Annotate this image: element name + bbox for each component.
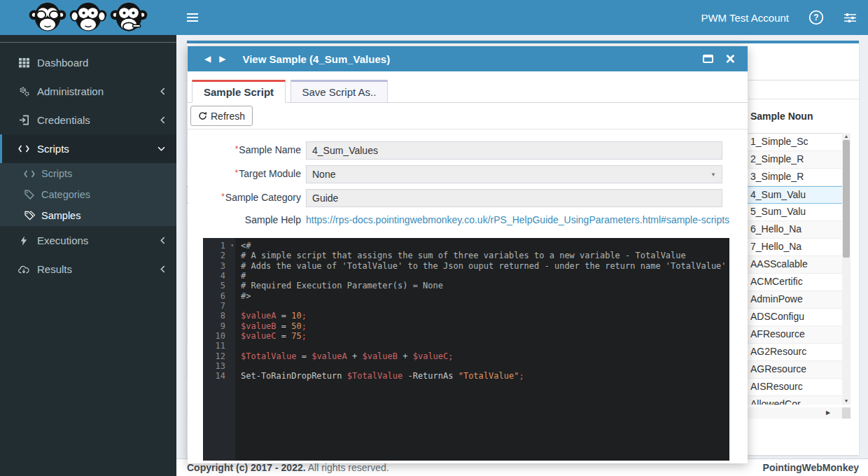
code-line: 2# A simple script that assigns the sum …	[203, 251, 729, 260]
sidebar-item-credentials[interactable]: Credentials	[0, 106, 176, 134]
sidebar-item-dashboard[interactable]: Dashboard	[0, 48, 176, 77]
code-line: 9$valueB = 50;	[203, 321, 729, 331]
form-row-target-module: *Target Module None ▼	[188, 165, 748, 183]
code-line: 13	[203, 361, 729, 371]
svg-text:?: ?	[813, 13, 818, 22]
view-sample-modal: ◀ ▶ View Sample (4_Sum_Values) × Sample …	[188, 46, 748, 463]
line-number: 10	[203, 331, 235, 341]
code-icon	[16, 144, 31, 153]
target-module-value: None	[312, 169, 710, 180]
modal-title: View Sample (4_Sum_Values)	[242, 53, 390, 65]
sidebar-item-label: Administration	[37, 85, 104, 97]
sample-noun-cell: AASScalable	[750, 258, 842, 270]
code-text	[235, 301, 241, 311]
code-text: #	[235, 271, 246, 281]
code-icon	[22, 169, 36, 178]
code-line: 7	[203, 301, 729, 311]
line-number: 11	[203, 341, 235, 351]
required-marker: *	[235, 144, 239, 154]
sidebar-item-results[interactable]: Results	[0, 255, 176, 284]
form-row-sample-help: Sample Help https://rps-docs.pointingweb…	[188, 211, 748, 230]
sidebar-item-executions[interactable]: Executions	[0, 226, 176, 255]
code-text: # Required Execution Parameter(s) = None	[235, 281, 443, 290]
scroll-right-icon[interactable]: ▶	[822, 407, 834, 419]
help-icon[interactable]: ?	[808, 10, 824, 25]
sample-noun-cell: AG2Resourc	[750, 346, 842, 357]
hamburger-menu-icon[interactable]	[187, 11, 198, 24]
brand-label: PointingWebMonkey	[763, 462, 859, 473]
code-text: # Adds the value of 'TotalValue' to the …	[235, 261, 727, 271]
code-text: # A simple script that assigns the sum o…	[235, 251, 686, 260]
sidebar-subitem-samples[interactable]: Samples	[0, 205, 176, 226]
line-number: 7	[203, 301, 235, 311]
code-text	[235, 341, 241, 351]
line-number: 2	[203, 251, 235, 260]
maximize-icon[interactable]	[703, 55, 713, 63]
see-no-evil-monkey-icon	[28, 1, 67, 34]
required-marker: *	[235, 168, 239, 178]
code-line: 10$valueC = 75;	[203, 331, 729, 341]
code-text	[235, 361, 241, 371]
hear-no-evil-monkey-icon	[69, 1, 108, 34]
grid-icon	[16, 57, 31, 68]
sample-noun-cell: AGResource	[750, 363, 842, 374]
chevron-down-icon	[158, 146, 165, 151]
sidebar-subitem-categories[interactable]: Categories	[0, 184, 176, 205]
sample-noun-cell: AFResource	[750, 328, 842, 340]
line-number: 9	[203, 321, 235, 331]
line-number: 6	[203, 291, 235, 301]
required-marker: *	[221, 192, 225, 202]
sidebar-item-scripts[interactable]: Scripts	[0, 134, 176, 163]
submenu-scripts: ScriptsCategoriesSamples	[0, 163, 176, 226]
sample-noun-cell: 7_Hello_Na	[750, 241, 842, 252]
next-sample-arrow-icon[interactable]: ▶	[215, 54, 230, 64]
sample-category-input[interactable]	[306, 189, 722, 207]
chevron-left-icon	[160, 88, 165, 95]
sample-name-label: *Sample Name	[188, 144, 301, 155]
tab-save-script-as[interactable]: Save Script As..	[290, 80, 388, 103]
topbar: PWM Test Account ?	[176, 0, 868, 35]
fold-arrow-icon[interactable]: ▾	[230, 241, 234, 251]
scrollbar-corner	[842, 407, 850, 419]
sample-noun-cell: AdminPowe	[750, 293, 842, 304]
refresh-icon	[198, 111, 207, 120]
sidebar-item-label: Executions	[37, 234, 88, 246]
gears-icon	[16, 86, 31, 97]
code-lines: 1▾<#2# A simple script that assigns the …	[203, 241, 729, 382]
sample-help-link[interactable]: https://rps-docs.pointingwebmonkey.co.uk…	[306, 214, 729, 225]
caret-down-icon: ▼	[710, 172, 716, 178]
code-line: 8$valueA = 10;	[203, 311, 729, 321]
code-editor[interactable]: 1▾<#2# A simple script that assigns the …	[203, 238, 729, 461]
sidebar-item-administration[interactable]: Administration	[0, 77, 176, 106]
prev-sample-arrow-icon[interactable]: ◀	[200, 54, 215, 64]
scrollbar-thumb[interactable]	[843, 140, 850, 258]
sample-help-label: Sample Help	[188, 214, 301, 225]
sidebar-subitem-label: Samples	[41, 210, 80, 221]
code-text: $valueB = 50;	[235, 321, 307, 331]
cloud-download-icon	[16, 265, 31, 274]
app-logo[interactable]	[0, 0, 176, 35]
settings-sliders-icon[interactable]	[844, 13, 857, 23]
scroll-up-icon[interactable]: ▲	[842, 133, 850, 140]
vertical-scrollbar[interactable]: ▲ ▼	[842, 133, 850, 405]
sample-noun-cell: 2_Simple_R	[750, 153, 842, 164]
code-text: $valueC = 75;	[235, 331, 307, 341]
code-text: <#	[235, 241, 251, 251]
line-number: 4	[203, 271, 235, 281]
sign-in-icon	[16, 115, 31, 125]
copyright-text: Copyright (c) 2017 - 2022. All rights re…	[187, 462, 389, 473]
target-module-select[interactable]: None ▼	[306, 165, 722, 183]
account-label[interactable]: PWM Test Account	[701, 12, 789, 24]
modal-toolbar: Refresh	[188, 103, 748, 130]
modal-header[interactable]: ◀ ▶ View Sample (4_Sum_Values) ×	[188, 46, 748, 71]
tag-icon	[22, 190, 36, 200]
refresh-button[interactable]: Refresh	[190, 106, 253, 126]
scroll-down-icon[interactable]: ▼	[842, 398, 850, 405]
sample-noun-cell: 1_Simple_Sc	[750, 136, 842, 147]
sample-name-input[interactable]	[306, 141, 722, 160]
tab-sample-script[interactable]: Sample Script	[192, 80, 286, 103]
line-number: 8	[203, 311, 235, 321]
code-line: 3# Adds the value of 'TotalValue' to the…	[203, 261, 729, 271]
close-icon[interactable]: ×	[726, 52, 735, 66]
sidebar-subitem-scripts[interactable]: Scripts	[0, 163, 176, 184]
